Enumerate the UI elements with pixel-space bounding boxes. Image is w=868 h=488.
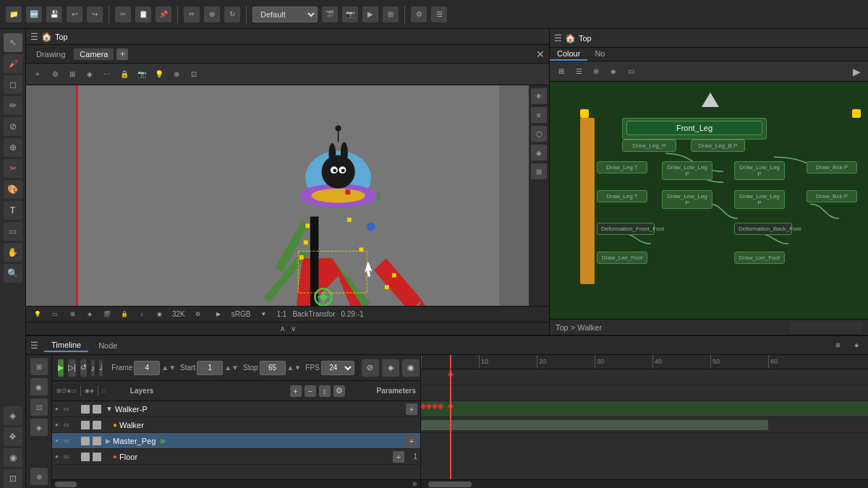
tab-node[interactable]: Node	[91, 340, 124, 351]
node-box-6[interactable]: Draw_Bck P	[807, 161, 857, 174]
tool-hand[interactable]: ✋	[4, 243, 22, 262]
node-box-13[interactable]: Draw_Lwr_Foot	[597, 252, 647, 264]
toolbar-icon-file[interactable]: 📁	[6, 7, 22, 22]
vp-icon-settings[interactable]: ⚙	[48, 67, 62, 82]
tool-brush[interactable]: 🖌	[4, 54, 22, 73]
toolbar-icon-new[interactable]: 🆕	[26, 7, 42, 22]
pb-sound[interactable]: ♪	[91, 359, 95, 377]
vp-icon-light[interactable]: 💡	[152, 67, 166, 82]
track-walker[interactable]	[421, 385, 868, 401]
tool-rect[interactable]: ▭	[4, 222, 22, 241]
tab-colour[interactable]: Colour	[550, 48, 587, 61]
vp-icon-add[interactable]: +	[30, 67, 45, 82]
track-floor[interactable]	[421, 417, 868, 433]
status-icon-grid2[interactable]: ⊞	[65, 307, 80, 322]
track-master-peg[interactable]	[421, 401, 868, 417]
vp-icon-camera2[interactable]: 📷	[135, 67, 149, 82]
pb-mute[interactable]: ♩	[99, 359, 103, 377]
status-render[interactable]: ▶	[211, 307, 226, 322]
node-box-2[interactable]: Draw_Leg_B.P	[691, 140, 745, 152]
node-box-9[interactable]: Draw_Low_Leg P	[734, 190, 785, 209]
vp-right-3d[interactable]: ⬡	[531, 126, 547, 142]
tool-extra3[interactable]: ◉	[4, 448, 22, 467]
node-box-11[interactable]: Deformation_Front_Foot	[597, 223, 655, 235]
pb-stop-input[interactable]	[260, 361, 286, 375]
node-box-3[interactable]: Draw_Leg T	[597, 161, 647, 174]
tool-pencil[interactable]: ✏	[4, 96, 22, 115]
toolbar-icon-undo[interactable]: ↩	[67, 7, 82, 22]
toolbar-icon-redo[interactable]: ↪	[87, 7, 103, 22]
toolbar-icon-options[interactable]: ☰	[431, 7, 447, 22]
pb-step-forward[interactable]: ▷|	[68, 359, 76, 377]
panel-close-button[interactable]: ✕	[536, 48, 545, 60]
layer-vis-2[interactable]: ●	[55, 421, 62, 428]
vp-icon-lock[interactable]: 🔒	[117, 67, 132, 82]
tl-icon-3[interactable]: ⊡	[30, 398, 48, 416]
status-icon-lock2[interactable]: 🔒	[117, 307, 132, 322]
pb-extra-1[interactable]: ⊘	[362, 359, 379, 377]
timeline-scroll-thumb[interactable]	[428, 481, 472, 487]
toolbar-icon-render[interactable]: ▶	[362, 7, 378, 22]
layers-scrollbar[interactable]: ⊕	[52, 479, 420, 488]
layer-remove-btn[interactable]: −	[305, 385, 316, 397]
layer-vis-4[interactable]: ●	[55, 453, 62, 460]
rp-icon-1[interactable]: ⊞	[554, 64, 569, 79]
pb-extra-2[interactable]: ◈	[382, 359, 399, 377]
pb-start-input[interactable]	[197, 361, 223, 375]
toolbar-dropdown-layout[interactable]: Default	[252, 7, 318, 22]
tool-extra4[interactable]: ⊡	[4, 469, 22, 488]
status-icon-sound[interactable]: ♪	[135, 307, 149, 322]
tool-text[interactable]: T	[4, 201, 22, 220]
timeline-playhead[interactable]	[450, 355, 451, 369]
vp-right-view[interactable]: 👁	[531, 88, 547, 104]
layer-vis-1[interactable]: ●	[55, 406, 62, 412]
status-icon-scene2[interactable]: ◈	[82, 307, 97, 322]
layer-row-floor[interactable]: ● cc ● Floor + 1	[52, 449, 420, 465]
layers-scroll-thumb[interactable]	[55, 481, 77, 487]
pb-extra-3[interactable]: ◉	[402, 359, 420, 377]
toolbar-icon-camera[interactable]: 📷	[342, 7, 358, 22]
kf-3-2[interactable]	[426, 403, 432, 409]
toolbar-icon-rotate[interactable]: ↻	[224, 7, 240, 22]
node-box-5[interactable]: Draw_Low_Leg P	[734, 161, 785, 180]
nav-down[interactable]: ∨	[291, 325, 296, 333]
vp-icon-end[interactable]: ⊡	[187, 67, 201, 82]
tl-icon-bottom[interactable]: ⊕	[30, 468, 48, 485]
layer-add-1[interactable]: +	[406, 403, 417, 415]
tool-eraser[interactable]: ◻	[4, 75, 22, 94]
kf-3-4[interactable]	[438, 403, 443, 409]
node-box-7[interactable]: Draw_Leg T	[597, 190, 647, 202]
pb-frame-input[interactable]	[134, 361, 160, 375]
timeline-scrollbar[interactable]	[421, 479, 868, 488]
tool-extra1[interactable]: ◈	[4, 406, 22, 425]
kf-3-5[interactable]	[448, 403, 454, 409]
nav-up[interactable]: ∧	[280, 325, 285, 333]
tool-extra2[interactable]: ❖	[4, 427, 22, 446]
pb-fps-select[interactable]: 24 12 30	[321, 361, 354, 375]
bottom-header-icon-2[interactable]: ◈	[849, 338, 864, 353]
tab-no[interactable]: No	[587, 48, 612, 61]
toolbar-icon-draw[interactable]: ✏	[184, 7, 200, 22]
tl-icon-1[interactable]: ⊞	[30, 358, 48, 375]
tab-add-button[interactable]: +	[116, 48, 128, 60]
node-editor[interactable]: Front_Leg Draw_Leg_R Draw_Leg_B.P Draw_L…	[550, 82, 868, 319]
status-icon-onion2[interactable]: ◉	[152, 307, 166, 322]
layer-move-btn[interactable]: ↕	[319, 385, 331, 397]
tool-cut[interactable]: ✂	[4, 159, 22, 178]
toolbar-icon-scene[interactable]: 🎬	[322, 7, 338, 22]
node-box-14[interactable]: Draw_Lwr_Foot	[734, 252, 785, 264]
tool-line[interactable]: ⊘	[4, 117, 22, 136]
toolbar-icon-paste[interactable]: 📌	[156, 7, 171, 22]
toolbar-icon-settings[interactable]: ⚙	[411, 7, 427, 22]
vp-right-layer[interactable]: ≡	[531, 107, 547, 123]
status-icon-rect[interactable]: ▭	[48, 307, 62, 322]
vp-icon-onion[interactable]: ◈	[82, 67, 97, 82]
rp-icon-5[interactable]: ▭	[624, 64, 638, 79]
status-dropdown[interactable]: ▼	[256, 307, 271, 322]
tool-transform[interactable]: ⊕	[4, 138, 22, 157]
bottom-header-icon-1[interactable]: ⊞	[830, 338, 845, 353]
tool-select[interactable]: ↖	[4, 33, 22, 52]
node-box-10[interactable]: Draw_Bck P	[807, 190, 857, 202]
tool-paint[interactable]: 🎨	[4, 180, 22, 199]
vp-right-grid[interactable]: ⊞	[531, 163, 547, 179]
